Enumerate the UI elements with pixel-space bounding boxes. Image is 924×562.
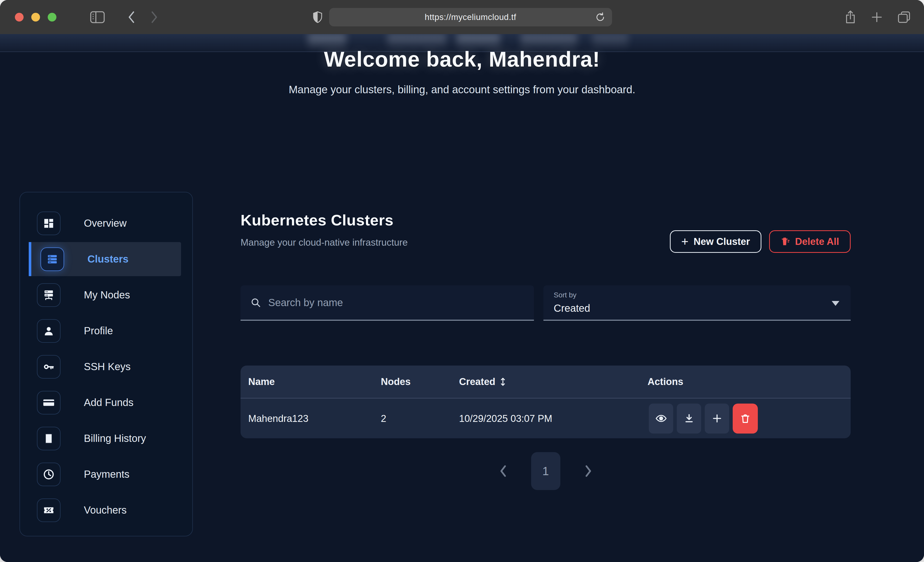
cluster-nodes: 2 [381,413,386,424]
cluster-name: Mahendra123 [248,413,309,424]
search-input[interactable] [268,297,534,308]
delete-icon [740,413,751,424]
receipt-icon [37,427,60,450]
add-node-button[interactable] [705,404,729,433]
chevron-left-icon[interactable] [499,465,507,477]
sidebar-item-label: Vouchers [84,504,127,516]
delete-cluster-button[interactable] [733,404,758,433]
row-actions [649,404,758,433]
dropdown-arrow-icon [832,301,839,306]
back-icon[interactable] [128,11,135,24]
address-bar[interactable]: https://myceliumcloud.tf [329,8,612,26]
up-down-arrow-icon [500,377,506,387]
url-text: https://myceliumcloud.tf [424,12,516,22]
sidebar-item-payments[interactable]: Payments [29,457,181,491]
voucher-icon [37,498,60,522]
reload-icon[interactable] [595,12,605,23]
screenshot: https://myceliumcloud.tf [0,0,924,562]
cluster-created: 10/29/2025 03:07 PM [459,413,552,424]
sidebar-item-ssh-keys[interactable]: SSH Keys [29,350,181,384]
clusters-icon [40,247,64,271]
sidebar-item-label: Overview [84,217,127,229]
page-subtitle: Manage your cloud-native infrastructure [240,237,408,248]
eye-icon [655,413,667,424]
sidebar-item-label: My Nodes [84,289,130,301]
table-header-row: Name Nodes Created Actions [240,366,850,398]
sidebar-item-billing-history[interactable]: Billing History [29,422,181,456]
sidebar-item-label: Profile [84,325,113,336]
window-controls [15,13,56,21]
table-row: Mahendra123 2 10/29/2025 03:07 PM [240,398,850,438]
view-button[interactable] [649,404,673,433]
sidebar-item-my-nodes[interactable]: My Nodes [29,278,181,312]
welcome-subtitle: Manage your clusters, billing, and accou… [0,84,924,96]
search-field[interactable] [240,285,534,321]
sidebar-item-add-funds[interactable]: Add Funds [29,386,181,420]
nodes-icon [37,283,60,307]
shield-icon[interactable] [312,10,323,24]
column-header-nodes: Nodes [381,376,411,387]
sidebar-item-label: SSH Keys [84,361,130,372]
welcome-title: Welcome back, Mahendra! [0,47,924,72]
maximize-window-button[interactable] [48,13,56,21]
tabs-overview-icon[interactable] [897,11,910,24]
sidebar-item-vouchers[interactable]: Vouchers [29,493,181,527]
new-tab-icon[interactable] [871,11,883,23]
chevron-right-icon[interactable] [584,465,592,477]
sidebar: Overview Clusters [20,192,193,537]
sidebar-item-overview[interactable]: Overview [29,206,181,240]
minimize-window-button[interactable] [31,13,40,21]
clusters-table: Name Nodes Created Actions [240,366,850,438]
credit-card-icon [37,391,60,414]
sidebar-toggle-icon[interactable] [90,11,105,24]
delete-all-button[interactable]: Delete All [769,230,850,253]
sort-label: Sort by [554,291,576,299]
sidebar-item-clusters[interactable]: Clusters [29,242,181,276]
add-icon [711,413,723,424]
sidebar-item-label: Add Funds [84,397,134,408]
column-header-name: Name [248,376,275,387]
download-icon [684,413,695,424]
sidebar-item-label: Clusters [87,253,129,265]
welcome-section: Welcome back, Mahendra! Manage your clus… [0,34,924,96]
sidebar-item-label: Payments [84,468,129,480]
key-icon [37,355,60,378]
sort-value: Created [554,302,590,314]
dashboard-page: Welcome back, Mahendra! Manage your clus… [0,34,924,562]
download-button[interactable] [677,404,701,433]
close-window-button[interactable] [15,13,24,21]
column-header-created[interactable]: Created [459,376,506,387]
pagination: 1 [240,452,850,490]
dashboard-icon [37,212,60,235]
browser-toolbar: https://myceliumcloud.tf [0,0,924,34]
share-icon[interactable] [844,10,856,24]
sidebar-item-label: Billing History [84,433,146,444]
browser-window: https://myceliumcloud.tf [0,0,924,562]
sort-select[interactable]: Sort by Created [543,285,850,321]
clock-icon [37,463,60,486]
forward-icon[interactable] [150,11,158,24]
clusters-header: Kubernetes Clusters Manage your cloud-na… [240,211,408,248]
column-header-actions: Actions [648,376,683,387]
page-title: Kubernetes Clusters [240,211,408,229]
profile-icon [37,319,60,343]
search-icon [250,297,261,308]
new-cluster-button[interactable]: + New Cluster [670,230,762,253]
trash-icon [781,236,790,247]
sidebar-item-profile[interactable]: Profile [29,314,181,348]
page-number[interactable]: 1 [531,452,560,490]
